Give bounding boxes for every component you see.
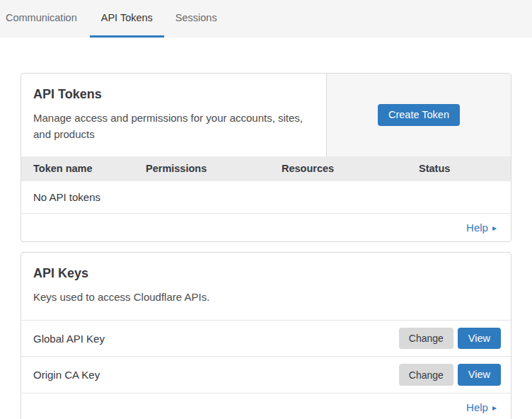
api-tokens-title: API Tokens <box>33 87 309 102</box>
help-link-label: Help <box>466 401 488 413</box>
api-keys-card-header: API Keys Keys used to access Cloudflare … <box>21 253 511 321</box>
api-tokens-card: API Tokens Manage access and permissions… <box>21 73 511 242</box>
api-keys-help-link[interactable]: Help ▸ <box>466 401 497 413</box>
view-origin-ca-key-button[interactable]: View <box>458 364 501 386</box>
api-keys-title: API Keys <box>33 266 497 281</box>
column-header-status: Status <box>407 163 511 174</box>
api-key-row-origin-ca: Origin CA Key Change View <box>21 357 511 394</box>
api-key-row-global: Global API Key Change View <box>21 321 511 357</box>
api-tokens-description: Manage access and permissions for your a… <box>33 110 309 143</box>
change-global-api-key-button[interactable]: Change <box>399 328 453 350</box>
help-arrow-icon: ▸ <box>492 223 497 233</box>
tab-api-tokens[interactable]: API Tokens <box>90 0 164 38</box>
create-token-button[interactable]: Create Token <box>378 104 460 126</box>
tab-bar: Communication API Tokens Sessions <box>0 0 532 38</box>
tab-sessions[interactable]: Sessions <box>164 0 229 38</box>
change-origin-ca-key-button[interactable]: Change <box>399 364 453 386</box>
token-table-header: Token name Permissions Resources Status <box>21 156 511 181</box>
token-table-empty-row: No API tokens <box>21 181 511 214</box>
api-tokens-help-link[interactable]: Help ▸ <box>466 222 497 234</box>
api-key-name: Origin CA Key <box>33 369 100 381</box>
api-key-actions: Change View <box>399 364 501 386</box>
tab-communication[interactable]: Communication <box>6 0 90 38</box>
column-header-permissions: Permissions <box>134 163 270 174</box>
view-global-api-key-button[interactable]: View <box>458 328 501 350</box>
api-tokens-card-footer: Help ▸ <box>21 214 511 241</box>
api-key-name: Global API Key <box>33 333 105 345</box>
api-tokens-card-header-text: API Tokens Manage access and permissions… <box>21 74 326 156</box>
column-header-token-name: Token name <box>21 163 134 174</box>
api-keys-description: Keys used to access Cloudflare APIs. <box>33 289 497 305</box>
help-arrow-icon: ▸ <box>492 403 497 413</box>
column-header-resources: Resources <box>270 163 407 174</box>
api-tokens-card-header-action: Create Token <box>326 74 511 156</box>
help-link-label: Help <box>466 222 488 234</box>
api-keys-card: API Keys Keys used to access Cloudflare … <box>21 252 511 419</box>
api-keys-card-footer: Help ▸ <box>21 394 511 419</box>
api-tokens-card-header: API Tokens Manage access and permissions… <box>21 74 511 156</box>
api-key-actions: Change View <box>399 328 501 350</box>
page-content: API Tokens Manage access and permissions… <box>0 73 532 419</box>
